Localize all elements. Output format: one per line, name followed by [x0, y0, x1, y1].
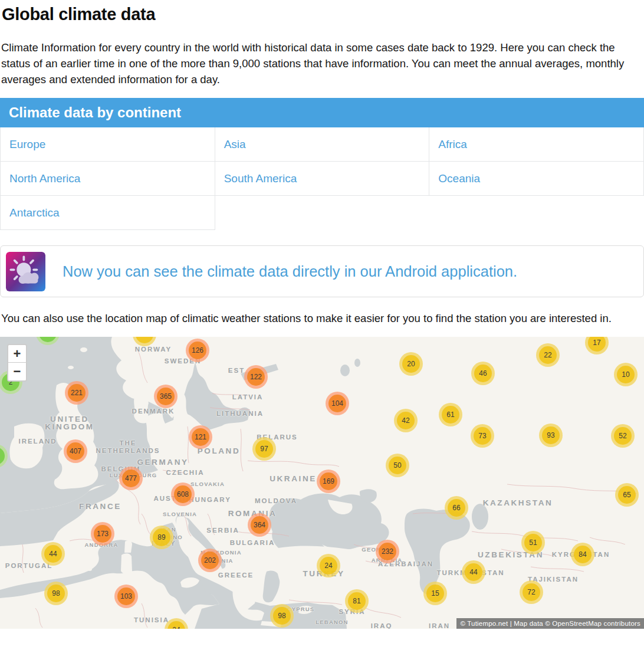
- station-cluster-count: 24: [167, 621, 185, 629]
- station-cluster-marker[interactable]: 22: [536, 343, 560, 367]
- station-cluster-count: 103: [117, 587, 135, 605]
- continent-table: Climate data by continent EuropeAsiaAfri…: [0, 98, 644, 230]
- continent-link-label[interactable]: South America: [224, 172, 297, 185]
- zoom-out-button[interactable]: −: [8, 363, 26, 380]
- continent-grid: EuropeAsiaAfricaNorth AmericaSouth Ameri…: [0, 127, 644, 230]
- stations-map[interactable]: NORWAYSWEDENESTLATVIALITHUANIAUNITED KIN…: [0, 337, 644, 629]
- continent-link-label[interactable]: Oceania: [438, 172, 480, 185]
- continent-link-europe[interactable]: Europe: [1, 127, 215, 162]
- station-cluster-count: 66: [448, 499, 465, 517]
- station-cluster-marker[interactable]: 97: [252, 437, 276, 461]
- continent-link-north-america[interactable]: North America: [1, 162, 215, 196]
- intro-paragraph: Climate Information for every country in…: [1, 40, 643, 87]
- station-cluster-marker[interactable]: 46: [471, 362, 495, 385]
- station-cluster-count: 44: [465, 563, 482, 581]
- continent-link-label[interactable]: Africa: [438, 138, 467, 151]
- station-cluster-count: 98: [47, 585, 65, 602]
- station-cluster-marker[interactable]: 173: [91, 522, 114, 546]
- station-cluster-marker[interactable]: 73: [471, 424, 494, 448]
- station-cluster-count: 65: [618, 486, 636, 504]
- station-cluster-count: 15: [426, 585, 444, 602]
- station-cluster-marker[interactable]: 104: [326, 392, 349, 415]
- station-cluster-count: 24: [320, 557, 337, 575]
- station-cluster-count: 81: [348, 592, 366, 610]
- station-cluster-count: 44: [44, 545, 62, 563]
- station-cluster-count: 221: [68, 384, 86, 402]
- station-cluster-count: 121: [192, 428, 209, 446]
- station-cluster-count: 52: [614, 427, 632, 445]
- station-cluster-count: 169: [320, 472, 337, 490]
- station-cluster-count: 61: [442, 406, 459, 424]
- continent-link-label[interactable]: Antarctica: [9, 206, 59, 219]
- station-cluster-marker[interactable]: 84: [571, 543, 594, 566]
- station-cluster-marker[interactable]: 202: [198, 549, 222, 572]
- continent-link-south-america[interactable]: South America: [215, 162, 430, 196]
- station-cluster-marker[interactable]: 407: [64, 439, 87, 463]
- station-cluster-marker[interactable]: 122: [244, 365, 268, 389]
- continent-link-label[interactable]: Europe: [9, 138, 45, 151]
- station-cluster-marker[interactable]: 608: [171, 482, 195, 506]
- android-promo-box: Now you can see the climate data directl…: [0, 245, 644, 297]
- station-cluster-marker[interactable]: 65: [615, 483, 639, 507]
- station-cluster-marker[interactable]: 98: [44, 582, 68, 605]
- station-cluster-marker[interactable]: 44: [41, 542, 65, 566]
- station-cluster-marker[interactable]: 364: [248, 513, 271, 537]
- map-intro-paragraph: You can also use the location map of cli…: [1, 310, 643, 326]
- station-cluster-count: 89: [153, 528, 170, 546]
- weather-app-icon[interactable]: [6, 252, 45, 291]
- station-cluster-count: 22: [539, 346, 557, 364]
- station-cluster-count: 364: [251, 516, 268, 534]
- continent-link-asia[interactable]: Asia: [215, 127, 430, 162]
- station-cluster-marker[interactable]: 52: [611, 424, 635, 448]
- station-cluster-count: 97: [255, 440, 273, 458]
- station-cluster-marker[interactable]: 365: [154, 385, 178, 408]
- station-cluster-marker[interactable]: 72: [520, 580, 543, 604]
- station-cluster-marker[interactable]: 221: [65, 381, 88, 405]
- station-cluster-marker[interactable]: 42: [394, 409, 418, 432]
- station-cluster-marker[interactable]: 169: [317, 470, 340, 493]
- station-cluster-marker[interactable]: 126: [186, 339, 209, 362]
- station-cluster-marker[interactable]: 24: [317, 554, 340, 577]
- station-cluster-marker[interactable]: 66: [445, 496, 468, 520]
- station-cluster-count: 50: [389, 457, 406, 474]
- station-cluster-count: 173: [94, 525, 111, 543]
- station-cluster-marker[interactable]: 51: [521, 531, 545, 554]
- station-cluster-count: 98: [273, 607, 291, 625]
- station-cluster-marker[interactable]: 15: [423, 582, 447, 605]
- station-cluster-marker[interactable]: 103: [114, 585, 138, 608]
- station-cluster-marker[interactable]: 93: [539, 424, 563, 447]
- station-cluster-marker[interactable]: 81: [345, 589, 369, 613]
- page-title: Global climate data: [2, 5, 644, 24]
- continent-table-header: Climate data by continent: [0, 98, 644, 127]
- station-cluster-marker[interactable]: 61: [439, 403, 462, 426]
- station-cluster-marker[interactable]: 477: [119, 467, 143, 490]
- page: Global climate data Climate Information …: [0, 5, 644, 629]
- station-cluster-count: 42: [397, 412, 415, 429]
- station-cluster-marker[interactable]: 121: [189, 425, 212, 449]
- station-cluster-count: 104: [328, 395, 346, 412]
- station-cluster-count: 17: [588, 337, 606, 352]
- station-cluster-marker[interactable]: 89: [150, 526, 173, 549]
- station-cluster-count: 84: [574, 546, 592, 563]
- android-promo-link[interactable]: Now you can see the climate data directl…: [63, 263, 517, 280]
- map-attribution[interactable]: © Tutiempo.net | Map data © OpenStreetMa…: [456, 618, 644, 629]
- station-cluster-count: 477: [122, 470, 140, 487]
- station-cluster-marker[interactable]: 232: [376, 540, 399, 563]
- continent-link-label[interactable]: North America: [9, 172, 80, 185]
- zoom-in-button[interactable]: +: [8, 345, 26, 363]
- station-cluster-count: 46: [474, 365, 492, 382]
- continent-link-label[interactable]: Asia: [224, 138, 246, 151]
- station-cluster-count: [39, 337, 57, 342]
- station-cluster-count: 72: [523, 583, 540, 601]
- continent-link-africa[interactable]: Africa: [429, 127, 644, 162]
- station-cluster-count: 126: [189, 342, 206, 359]
- station-cluster-marker[interactable]: 98: [270, 604, 294, 628]
- continent-link-oceania[interactable]: Oceania: [429, 162, 644, 196]
- station-cluster-marker[interactable]: 10: [614, 363, 638, 386]
- station-cluster-count: 51: [524, 534, 542, 551]
- continent-link-antarctica[interactable]: Antarctica: [1, 196, 215, 230]
- station-cluster-marker[interactable]: 44: [462, 560, 485, 584]
- station-cluster-count: 407: [67, 442, 84, 460]
- station-cluster-marker[interactable]: 20: [399, 352, 423, 376]
- station-cluster-marker[interactable]: 50: [386, 454, 409, 477]
